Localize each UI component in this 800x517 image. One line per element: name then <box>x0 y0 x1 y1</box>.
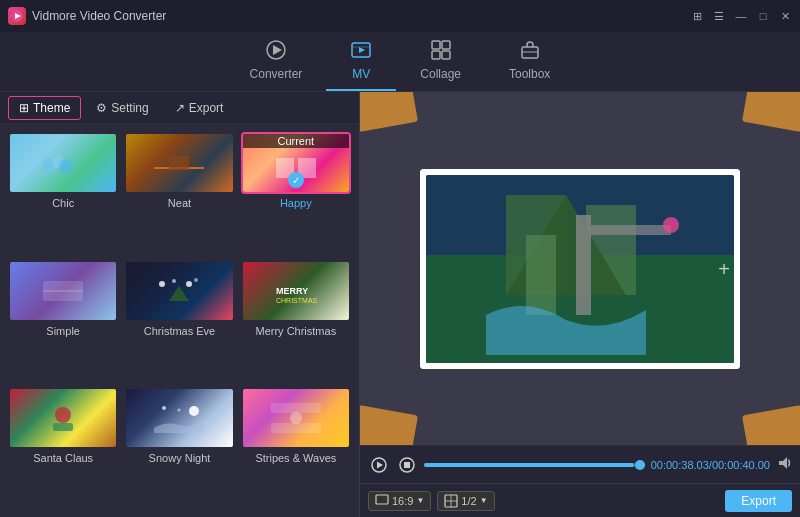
svg-rect-45 <box>404 462 410 468</box>
time-current: 00:00:38.03 <box>651 459 709 471</box>
setting-icon: ⚙ <box>96 101 107 115</box>
svg-text:MERRY: MERRY <box>276 286 308 296</box>
subtab-setting-label: Setting <box>111 101 148 115</box>
theme-christmas-eve[interactable]: Christmas Eve <box>124 260 234 382</box>
svg-point-13 <box>59 159 73 173</box>
theme-chic-thumb <box>8 132 118 194</box>
watermark-br <box>742 405 800 445</box>
svg-rect-27 <box>53 423 73 431</box>
toolbox-icon <box>519 39 541 64</box>
svg-marker-43 <box>377 461 383 468</box>
title-bar-left: Vidmore Video Converter <box>8 7 166 25</box>
tab-converter-label: Converter <box>250 67 303 81</box>
tab-toolbox-label: Toolbox <box>509 67 550 81</box>
svg-rect-31 <box>271 403 321 413</box>
theme-santa-claus-thumb <box>8 387 118 449</box>
theme-christmas-eve-thumb <box>124 260 234 322</box>
format-left: 16:9 ▼ 1/2 ▼ <box>368 491 495 511</box>
svg-rect-47 <box>376 495 388 504</box>
resolution-select[interactable]: 1/2 ▼ <box>437 491 494 511</box>
theme-stripes-waves-label: Stripes & Waves <box>255 452 336 464</box>
svg-point-21 <box>172 279 176 283</box>
watermark-tr <box>742 92 800 132</box>
time-display: 00:00:38.03/00:00:40.00 <box>651 459 770 471</box>
svg-point-30 <box>178 409 181 412</box>
progress-bar[interactable] <box>424 463 645 467</box>
subtab-theme[interactable]: ⊞ Theme <box>8 96 81 120</box>
svg-point-29 <box>162 406 166 410</box>
export-button[interactable]: Export <box>725 490 792 512</box>
subtab-theme-label: Theme <box>33 101 70 115</box>
maximize-button[interactable]: □ <box>756 9 770 23</box>
subtab-setting[interactable]: ⚙ Setting <box>85 96 159 120</box>
svg-rect-7 <box>432 51 440 59</box>
resolution-label: 1/2 <box>461 495 476 507</box>
theme-chic[interactable]: Chic <box>8 132 118 254</box>
svg-point-28 <box>189 406 199 416</box>
tab-converter[interactable]: Converter <box>226 33 327 91</box>
tab-collage[interactable]: Collage <box>396 33 485 91</box>
theme-simple[interactable]: Simple <box>8 260 118 382</box>
preview-area: + <box>360 92 800 445</box>
svg-rect-8 <box>442 51 450 59</box>
subtab-export-label: Export <box>189 101 224 115</box>
resolution-dropdown-icon: ▼ <box>480 496 488 505</box>
watermark-bl <box>360 405 418 445</box>
app-title: Vidmore Video Converter <box>32 9 166 23</box>
subtab-export[interactable]: ↗ Export <box>164 96 235 120</box>
close-button[interactable]: ✕ <box>778 9 792 23</box>
progress-knob[interactable] <box>635 460 645 470</box>
svg-marker-3 <box>273 45 282 55</box>
preview-frame: + <box>420 169 740 369</box>
theme-snowy-night[interactable]: Snowy Night <box>124 387 234 509</box>
theme-simple-thumb <box>8 260 118 322</box>
svg-point-23 <box>194 278 198 282</box>
theme-snowy-night-thumb <box>124 387 234 449</box>
svg-rect-40 <box>591 225 671 235</box>
collage-icon <box>430 39 452 64</box>
watermark-tl <box>360 92 418 132</box>
theme-christmas-eve-label: Christmas Eve <box>144 325 216 337</box>
app-icon <box>8 7 26 25</box>
ratio-select[interactable]: 16:9 ▼ <box>368 491 431 511</box>
theme-happy-label: Happy <box>280 197 312 209</box>
volume-icon[interactable] <box>776 455 792 474</box>
progress-fill <box>424 463 634 467</box>
screen-icon[interactable]: ⊞ <box>690 9 704 23</box>
theme-happy[interactable]: Current ✓ Happy <box>241 132 351 254</box>
theme-santa-claus[interactable]: Santa Claus <box>8 387 118 509</box>
theme-merry-christmas[interactable]: MERRY CHRISTMAS Merry Christmas <box>241 260 351 382</box>
tab-mv[interactable]: MV <box>326 33 396 91</box>
transport-bar: 00:00:38.03/00:00:40.00 <box>360 445 800 483</box>
theme-stripes-waves[interactable]: Stripes & Waves <box>241 387 351 509</box>
tab-toolbox[interactable]: Toolbox <box>485 33 574 91</box>
tab-mv-label: MV <box>352 67 370 81</box>
tab-collage-label: Collage <box>420 67 461 81</box>
converter-icon <box>265 39 287 64</box>
time-total: 00:00:40.00 <box>712 459 770 471</box>
title-bar-controls: ⊞ ☰ — □ ✕ <box>690 9 792 23</box>
minimize-button[interactable]: — <box>734 9 748 23</box>
svg-rect-39 <box>576 215 591 315</box>
theme-merry-christmas-label: Merry Christmas <box>255 325 336 337</box>
svg-point-26 <box>55 407 71 423</box>
theme-neat[interactable]: Neat <box>124 132 234 254</box>
svg-text:CHRISTMAS: CHRISTMAS <box>276 297 318 304</box>
preview-image <box>426 175 734 363</box>
svg-point-33 <box>290 412 302 424</box>
current-badge: Current <box>243 134 349 148</box>
theme-neat-label: Neat <box>168 197 191 209</box>
ratio-label: 16:9 <box>392 495 413 507</box>
menu-icon[interactable]: ☰ <box>712 9 726 23</box>
mv-icon <box>350 39 372 64</box>
preview-plus-icon: + <box>718 257 730 280</box>
sub-tabs: ⊞ Theme ⚙ Setting ↗ Export <box>0 92 359 124</box>
svg-point-22 <box>186 281 192 287</box>
stop-button[interactable] <box>396 454 418 476</box>
main-area: ⊞ Theme ⚙ Setting ↗ Export Chic <box>0 92 800 517</box>
play-button[interactable] <box>368 454 390 476</box>
theme-snowy-night-label: Snowy Night <box>149 452 211 464</box>
format-bar: 16:9 ▼ 1/2 ▼ Export <box>360 483 800 517</box>
svg-point-20 <box>159 281 165 287</box>
svg-rect-15 <box>169 156 189 170</box>
